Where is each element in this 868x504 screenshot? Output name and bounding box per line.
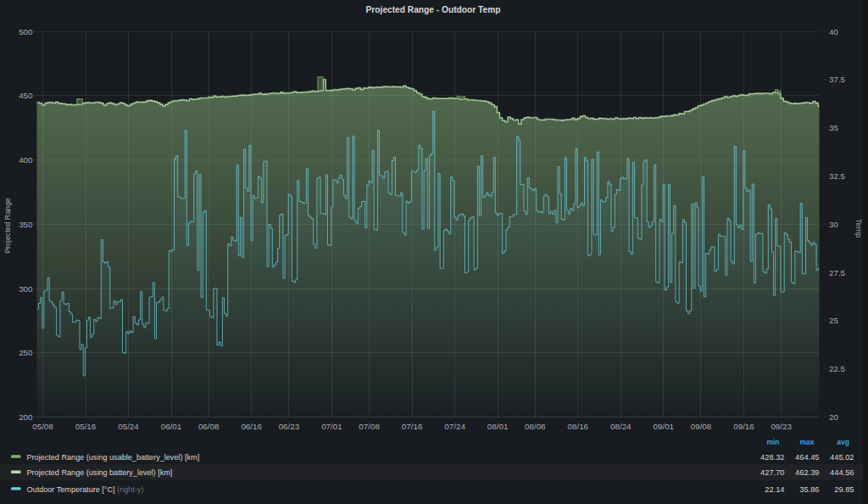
- svg-text:09/08: 09/08: [691, 422, 712, 431]
- svg-text:35.86: 35.86: [799, 485, 819, 494]
- svg-text:37.5: 37.5: [829, 75, 846, 84]
- svg-text:07/24: 07/24: [444, 422, 465, 431]
- svg-text:09/01: 09/01: [654, 422, 675, 431]
- svg-text:500: 500: [19, 27, 33, 36]
- svg-text:Temp: Temp: [854, 219, 863, 238]
- svg-text:35: 35: [829, 123, 838, 132]
- svg-text:06/16: 06/16: [241, 422, 262, 431]
- svg-text:Projected Range: Projected Range: [3, 198, 12, 254]
- svg-text:Projected Range (using battery: Projected Range (using battery_level) [k…: [27, 468, 173, 477]
- svg-text:32.5: 32.5: [829, 171, 846, 181]
- svg-text:464.45: 464.45: [795, 453, 819, 462]
- svg-text:30: 30: [829, 220, 838, 229]
- svg-text:Projected Range - Outdoor Temp: Projected Range - Outdoor Temp: [366, 5, 501, 14]
- svg-text:08/24: 08/24: [610, 422, 632, 431]
- svg-text:07/16: 07/16: [402, 422, 423, 431]
- svg-text:22.5: 22.5: [829, 364, 846, 373]
- svg-text:06/01: 06/01: [161, 422, 182, 431]
- svg-text:09/23: 09/23: [771, 422, 792, 431]
- svg-text:445.02: 445.02: [830, 453, 854, 462]
- svg-text:max: max: [799, 438, 814, 446]
- svg-text:avg: avg: [837, 438, 849, 446]
- svg-text:22.14: 22.14: [765, 485, 784, 494]
- svg-text:29.85: 29.85: [834, 485, 854, 494]
- svg-text:428.32: 428.32: [760, 453, 784, 462]
- svg-text:427.70: 427.70: [760, 468, 784, 477]
- svg-text:450: 450: [19, 91, 33, 100]
- svg-text:05/16: 05/16: [75, 422, 97, 431]
- svg-text:07/01: 07/01: [321, 422, 342, 431]
- svg-text:Outdoor Temperature [°C] (righ: Outdoor Temperature [°C] (right-y): [27, 485, 144, 494]
- svg-text:444.56: 444.56: [830, 468, 854, 477]
- svg-text:250: 250: [19, 348, 33, 357]
- svg-text:350: 350: [19, 220, 33, 229]
- svg-text:08/01: 08/01: [487, 422, 509, 431]
- svg-text:09/16: 09/16: [733, 422, 754, 431]
- svg-text:200: 200: [19, 412, 33, 422]
- svg-text:Projected Range (using usable_: Projected Range (using usable_battery_le…: [27, 453, 200, 462]
- svg-text:06/08: 06/08: [198, 422, 220, 431]
- svg-text:07/08: 07/08: [359, 422, 380, 431]
- svg-text:462.39: 462.39: [795, 468, 819, 477]
- svg-text:20: 20: [829, 412, 838, 422]
- svg-text:min: min: [766, 438, 779, 446]
- svg-text:08/08: 08/08: [525, 422, 546, 431]
- svg-text:27.5: 27.5: [829, 268, 846, 277]
- svg-text:05/24: 05/24: [118, 422, 139, 431]
- svg-text:400: 400: [19, 155, 33, 165]
- svg-text:25: 25: [829, 316, 838, 325]
- svg-text:300: 300: [19, 284, 33, 294]
- svg-text:06/23: 06/23: [279, 422, 300, 431]
- svg-text:08/16: 08/16: [568, 422, 589, 431]
- svg-text:05/08: 05/08: [32, 422, 53, 431]
- svg-text:40: 40: [829, 27, 838, 36]
